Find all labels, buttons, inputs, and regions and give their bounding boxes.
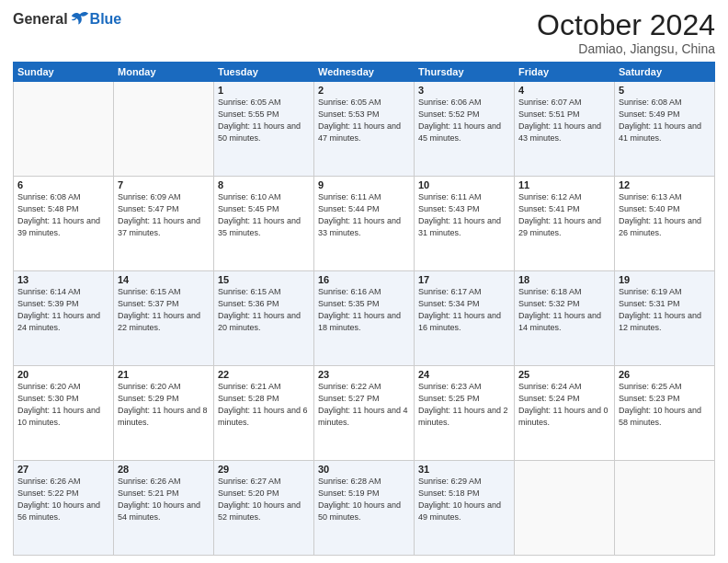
calendar-cell: 30Sunrise: 6:28 AM Sunset: 5:19 PM Dayli… [314, 461, 415, 556]
calendar-week-row: 27Sunrise: 6:26 AM Sunset: 5:22 PM Dayli… [14, 461, 715, 556]
day-number: 3 [418, 85, 510, 96]
day-number: 7 [118, 179, 210, 190]
calendar-cell: 15Sunrise: 6:15 AM Sunset: 5:36 PM Dayli… [214, 271, 314, 366]
day-number: 11 [518, 179, 610, 190]
calendar-cell: 18Sunrise: 6:18 AM Sunset: 5:32 PM Dayli… [515, 271, 615, 366]
calendar-cell: 27Sunrise: 6:26 AM Sunset: 5:22 PM Dayli… [14, 461, 114, 556]
calendar-cell: 14Sunrise: 6:15 AM Sunset: 5:37 PM Dayli… [114, 271, 214, 366]
day-number: 10 [418, 179, 510, 190]
calendar-cell: 13Sunrise: 6:14 AM Sunset: 5:39 PM Dayli… [14, 271, 114, 366]
day-number: 1 [218, 85, 310, 96]
day-info: Sunrise: 6:27 AM Sunset: 5:20 PM Dayligh… [218, 476, 310, 523]
calendar-cell: 10Sunrise: 6:11 AM Sunset: 5:43 PM Dayli… [415, 177, 515, 271]
title-block: October 2024 Damiao, Jiangsu, China [537, 9, 715, 56]
calendar-table: SundayMondayTuesdayWednesdayThursdayFrid… [13, 62, 715, 556]
day-number: 6 [17, 179, 109, 190]
weekday-header-friday: Friday [515, 63, 615, 82]
day-number: 28 [118, 464, 210, 475]
day-info: Sunrise: 6:12 AM Sunset: 5:41 PM Dayligh… [518, 191, 610, 239]
day-number: 4 [518, 85, 610, 96]
day-number: 19 [619, 274, 711, 285]
day-info: Sunrise: 6:16 AM Sunset: 5:35 PM Dayligh… [318, 286, 410, 334]
calendar-cell: 28Sunrise: 6:26 AM Sunset: 5:21 PM Dayli… [114, 461, 214, 556]
calendar-cell: 19Sunrise: 6:19 AM Sunset: 5:31 PM Dayli… [615, 271, 715, 366]
calendar-cell: 5Sunrise: 6:08 AM Sunset: 5:49 PM Daylig… [615, 82, 715, 177]
day-number: 20 [17, 369, 109, 380]
calendar-cell: 1Sunrise: 6:05 AM Sunset: 5:55 PM Daylig… [214, 82, 314, 177]
calendar-week-row: 1Sunrise: 6:05 AM Sunset: 5:55 PM Daylig… [14, 82, 715, 177]
day-info: Sunrise: 6:17 AM Sunset: 5:34 PM Dayligh… [418, 286, 510, 334]
day-info: Sunrise: 6:09 AM Sunset: 5:47 PM Dayligh… [118, 191, 210, 239]
day-number: 8 [218, 179, 310, 190]
day-info: Sunrise: 6:13 AM Sunset: 5:40 PM Dayligh… [619, 191, 711, 239]
calendar-cell: 17Sunrise: 6:17 AM Sunset: 5:34 PM Dayli… [415, 271, 515, 366]
day-info: Sunrise: 6:22 AM Sunset: 5:27 PM Dayligh… [318, 381, 410, 429]
calendar-cell: 11Sunrise: 6:12 AM Sunset: 5:41 PM Dayli… [515, 177, 615, 271]
day-info: Sunrise: 6:05 AM Sunset: 5:55 PM Dayligh… [218, 97, 310, 144]
day-info: Sunrise: 6:10 AM Sunset: 5:45 PM Dayligh… [218, 191, 310, 239]
day-number: 31 [418, 464, 510, 475]
calendar-cell: 4Sunrise: 6:07 AM Sunset: 5:51 PM Daylig… [515, 82, 615, 177]
calendar-cell: 25Sunrise: 6:24 AM Sunset: 5:24 PM Dayli… [515, 366, 615, 461]
logo-general-text: General [13, 11, 68, 28]
day-info: Sunrise: 6:26 AM Sunset: 5:22 PM Dayligh… [17, 476, 109, 523]
day-number: 16 [318, 274, 410, 285]
day-info: Sunrise: 6:18 AM Sunset: 5:32 PM Dayligh… [518, 286, 610, 334]
calendar-cell: 16Sunrise: 6:16 AM Sunset: 5:35 PM Dayli… [314, 271, 415, 366]
day-number: 5 [619, 85, 711, 96]
day-info: Sunrise: 6:15 AM Sunset: 5:36 PM Dayligh… [218, 286, 310, 334]
day-info: Sunrise: 6:20 AM Sunset: 5:30 PM Dayligh… [17, 381, 109, 429]
day-number: 25 [518, 369, 610, 380]
day-number: 14 [118, 274, 210, 285]
day-number: 22 [218, 369, 310, 380]
day-info: Sunrise: 6:25 AM Sunset: 5:23 PM Dayligh… [619, 381, 711, 429]
day-info: Sunrise: 6:08 AM Sunset: 5:49 PM Dayligh… [619, 97, 711, 144]
day-number: 9 [318, 179, 410, 190]
calendar-cell: 6Sunrise: 6:08 AM Sunset: 5:48 PM Daylig… [14, 177, 114, 271]
weekday-header-thursday: Thursday [415, 63, 515, 82]
day-info: Sunrise: 6:15 AM Sunset: 5:37 PM Dayligh… [118, 286, 210, 334]
calendar-cell: 29Sunrise: 6:27 AM Sunset: 5:20 PM Dayli… [214, 461, 314, 556]
day-number: 30 [318, 464, 410, 475]
calendar-week-row: 6Sunrise: 6:08 AM Sunset: 5:48 PM Daylig… [14, 177, 715, 271]
calendar-cell: 9Sunrise: 6:11 AM Sunset: 5:44 PM Daylig… [314, 177, 415, 271]
day-number: 21 [118, 369, 210, 380]
page: General Blue October 2024 Damiao, Jiangs… [0, 0, 728, 563]
day-info: Sunrise: 6:08 AM Sunset: 5:48 PM Dayligh… [17, 191, 109, 239]
calendar-cell: 23Sunrise: 6:22 AM Sunset: 5:27 PM Dayli… [314, 366, 415, 461]
weekday-header-tuesday: Tuesday [214, 63, 314, 82]
day-number: 24 [418, 369, 510, 380]
calendar-week-row: 13Sunrise: 6:14 AM Sunset: 5:39 PM Dayli… [14, 271, 715, 366]
day-info: Sunrise: 6:11 AM Sunset: 5:44 PM Dayligh… [318, 191, 410, 239]
weekday-header-wednesday: Wednesday [314, 63, 415, 82]
calendar-cell: 20Sunrise: 6:20 AM Sunset: 5:30 PM Dayli… [14, 366, 114, 461]
day-info: Sunrise: 6:21 AM Sunset: 5:28 PM Dayligh… [218, 381, 310, 429]
day-info: Sunrise: 6:24 AM Sunset: 5:24 PM Dayligh… [518, 381, 610, 429]
weekday-header-monday: Monday [114, 63, 214, 82]
calendar-cell: 21Sunrise: 6:20 AM Sunset: 5:29 PM Dayli… [114, 366, 214, 461]
day-info: Sunrise: 6:26 AM Sunset: 5:21 PM Dayligh… [118, 476, 210, 523]
weekday-header-row: SundayMondayTuesdayWednesdayThursdayFrid… [14, 63, 715, 82]
month-title: October 2024 [537, 9, 715, 41]
calendar-cell: 31Sunrise: 6:29 AM Sunset: 5:18 PM Dayli… [415, 461, 515, 556]
calendar-cell [615, 461, 715, 556]
calendar-cell: 3Sunrise: 6:06 AM Sunset: 5:52 PM Daylig… [415, 82, 515, 177]
calendar-cell: 24Sunrise: 6:23 AM Sunset: 5:25 PM Dayli… [415, 366, 515, 461]
day-info: Sunrise: 6:11 AM Sunset: 5:43 PM Dayligh… [418, 191, 510, 239]
day-info: Sunrise: 6:23 AM Sunset: 5:25 PM Dayligh… [418, 381, 510, 429]
logo: General Blue [13, 9, 121, 29]
day-info: Sunrise: 6:19 AM Sunset: 5:31 PM Dayligh… [619, 286, 711, 334]
day-number: 15 [218, 274, 310, 285]
day-info: Sunrise: 6:20 AM Sunset: 5:29 PM Dayligh… [118, 381, 210, 429]
calendar-cell [14, 82, 114, 177]
calendar-cell [114, 82, 214, 177]
calendar-cell: 12Sunrise: 6:13 AM Sunset: 5:40 PM Dayli… [615, 177, 715, 271]
day-number: 23 [318, 369, 410, 380]
day-info: Sunrise: 6:28 AM Sunset: 5:19 PM Dayligh… [318, 476, 410, 523]
day-number: 17 [418, 274, 510, 285]
calendar-week-row: 20Sunrise: 6:20 AM Sunset: 5:30 PM Dayli… [14, 366, 715, 461]
day-number: 2 [318, 85, 410, 96]
day-number: 12 [619, 179, 711, 190]
calendar-cell: 26Sunrise: 6:25 AM Sunset: 5:23 PM Dayli… [615, 366, 715, 461]
day-number: 13 [17, 274, 109, 285]
